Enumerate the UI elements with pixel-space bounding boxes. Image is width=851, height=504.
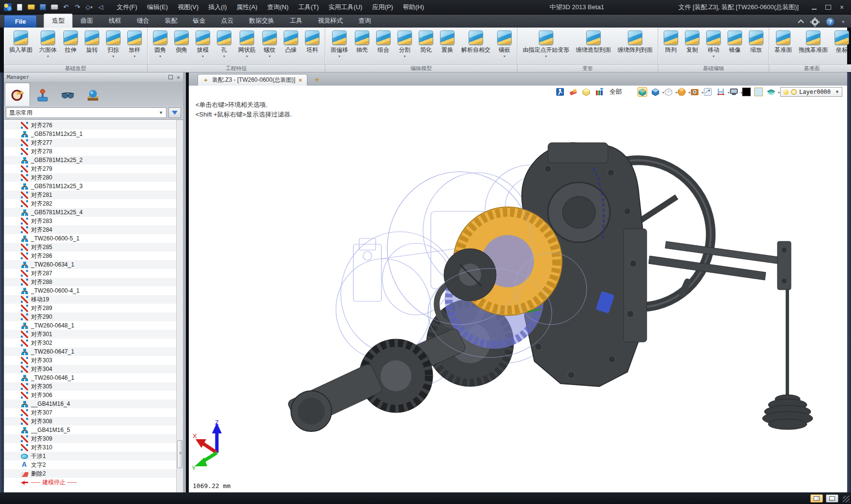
tree-item[interactable]: _GB5781M12x25_4 — [4, 208, 176, 217]
ribbon-button[interactable]: 插入草图 ▾ — [6, 30, 36, 60]
window-layout-button-single[interactable] — [810, 494, 823, 503]
image-capture-icon[interactable]: ▾ — [690, 87, 699, 97]
add-tab-button[interactable]: ＋ — [313, 75, 320, 84]
filter-all-select[interactable]: 全部 — [609, 88, 622, 96]
ribbon-button[interactable]: 基准面 ▾ — [771, 30, 795, 60]
tree-item[interactable]: 删除2 — [4, 469, 176, 478]
menu-item[interactable]: 属性(A) — [232, 1, 262, 14]
tree-item[interactable]: _GB5781M12x25_3 — [4, 182, 176, 191]
ribbon-button[interactable]: 移动 ▾ — [703, 30, 724, 60]
ribbon-tab[interactable]: 查询 — [350, 14, 379, 28]
layer-sheet-icon[interactable]: ▾ — [766, 87, 776, 97]
ribbon-button[interactable]: 解析自相交 ▾ — [458, 30, 494, 60]
print-icon[interactable] — [49, 2, 59, 12]
tab-visibility[interactable] — [55, 85, 80, 106]
tree-item[interactable]: _TW260-0647_1 — [4, 347, 176, 356]
tree-item[interactable]: _GB5781M12x25_1 — [4, 130, 176, 138]
ribbon-button[interactable]: 拖拽基准面 ▾ — [795, 30, 831, 60]
tree-item[interactable]: 干涉1 — [4, 452, 176, 460]
ribbon-button[interactable]: 缠绕阵列到面 ▾ — [614, 30, 656, 60]
ribbon-button[interactable]: 放样 ▾ — [124, 30, 145, 60]
ribbon-tab[interactable]: 点云 — [213, 14, 241, 28]
ribbon-button[interactable]: 螺纹 ▾ — [259, 30, 280, 60]
highlight-color-swatch[interactable] — [754, 88, 763, 96]
tree-item[interactable]: 移动19 — [4, 295, 176, 304]
ribbon-button[interactable]: 凸缘 ▾ — [280, 30, 302, 60]
tree-item[interactable]: __GB41M16_4 — [4, 400, 176, 408]
tab-render[interactable] — [80, 85, 106, 106]
tab-close-icon[interactable]: × — [299, 77, 302, 84]
settings-gear-icon[interactable] — [811, 18, 819, 26]
ribbon-button[interactable]: 置换 ▾ — [437, 30, 458, 60]
tree-item[interactable]: 对齐276 — [4, 121, 176, 130]
ribbon-tab[interactable]: 装配 — [157, 14, 185, 28]
ribbon-tab[interactable]: 工具 — [282, 14, 310, 28]
save-icon[interactable] — [38, 2, 47, 12]
exit-environment-icon[interactable] — [555, 87, 565, 97]
ribbon-button[interactable]: 分割 ▾ — [394, 30, 415, 60]
ribbon-button[interactable]: 抽壳 ▾ — [351, 30, 373, 60]
undo-icon[interactable]: ↶ — [61, 2, 71, 12]
tree-item[interactable]: __GB41M16_5 — [4, 426, 176, 434]
wireframe-view-icon[interactable]: ▾ — [664, 87, 673, 97]
redo-icon[interactable]: ↷ — [73, 2, 82, 12]
tab-history[interactable] — [5, 83, 30, 106]
view-orientation-icon[interactable]: ▾ — [651, 87, 660, 97]
maximize-button[interactable] — [825, 4, 832, 10]
ribbon-button[interactable]: 复制 ▾ — [682, 30, 703, 60]
tree-item[interactable]: 对齐304 — [4, 365, 176, 373]
ribbon-button[interactable]: 缠绕造型到面 ▾ — [573, 30, 614, 60]
menu-item[interactable]: 插入(I) — [204, 1, 231, 14]
manager-header[interactable]: Manager × — [4, 73, 183, 82]
open-file-icon[interactable] — [26, 2, 36, 12]
color-filter-icon[interactable] — [594, 87, 604, 97]
menu-item[interactable]: 帮助(H) — [398, 1, 428, 14]
tree-item[interactable]: 对齐282 — [4, 199, 176, 208]
tree-item[interactable]: 对齐289 — [4, 304, 176, 312]
ribbon-tab[interactable]: 钣金 — [185, 14, 213, 28]
ribbon-button[interactable]: 镶嵌 ▾ — [494, 30, 515, 60]
tree-item[interactable]: _TW260-0600-4_1 — [4, 286, 176, 295]
ribbon-button[interactable]: 倒角 ▾ — [171, 30, 192, 60]
minimize-button[interactable] — [811, 4, 818, 10]
tree-item[interactable]: _GB5781M12x25_2 — [4, 156, 176, 164]
collapse-ribbon-icon[interactable] — [798, 20, 804, 24]
render-mode-icon[interactable] — [638, 87, 647, 97]
ribbon-button[interactable]: 缩放 ▾ — [745, 30, 767, 60]
tab-assembly[interactable] — [30, 85, 55, 106]
show-filter-select[interactable]: 显示常用 ▼ — [6, 107, 167, 118]
tree-item[interactable]: 对齐281 — [4, 191, 176, 199]
ribbon-tab[interactable]: File — [4, 15, 37, 28]
tree-item[interactable]: 对齐305 — [4, 382, 176, 391]
tree-item[interactable]: 对齐277 — [4, 138, 176, 147]
ribbon-button[interactable]: 扫掠 ▾ — [103, 30, 124, 60]
ribbon-button[interactable]: 圆角 ▾ — [150, 30, 171, 60]
tree-item[interactable]: 对齐308 — [4, 417, 176, 426]
selection-mode-icon[interactable]: ◇▾ — [84, 2, 94, 12]
ribbon-button[interactable]: 由指定点开始变形 ▾ — [519, 30, 573, 60]
blank-part-icon[interactable] — [581, 87, 591, 97]
tree-item[interactable]: 对齐283 — [4, 217, 176, 225]
ribbon-button[interactable]: 阵列 ▾ — [660, 30, 682, 60]
window-layout-button-tiled[interactable] — [826, 494, 838, 503]
tree-item[interactable]: 对齐310 — [4, 443, 176, 452]
filter-funnel-button[interactable] — [168, 107, 181, 118]
tree-item[interactable]: 对齐284 — [4, 225, 176, 234]
menu-item[interactable]: 实用工具(U) — [324, 1, 367, 14]
scrollbar-thumb[interactable] — [177, 440, 182, 468]
layer-selector[interactable]: Layer0000 ▼ — [780, 87, 842, 97]
tree-scrollbar[interactable] — [176, 120, 183, 492]
menu-item[interactable]: 工具(T) — [294, 1, 323, 14]
tree-item[interactable]: 对齐280 — [4, 173, 176, 182]
display-monitor-icon[interactable]: ▾ — [729, 87, 739, 97]
tree-item[interactable]: 对齐286 — [4, 252, 176, 260]
ribbon-button[interactable]: 拔模 ▾ — [192, 30, 213, 60]
tree-item[interactable]: _TW260-0600-5_1 — [4, 234, 176, 243]
tree-item[interactable]: 对齐285 — [4, 243, 176, 252]
back-icon[interactable]: ◁ — [96, 2, 106, 12]
close-panel-icon[interactable]: × — [177, 75, 180, 80]
menu-item[interactable]: 查询(N) — [263, 1, 293, 14]
ribbon-button[interactable]: 网状筋 ▾ — [235, 30, 259, 60]
tree-item[interactable]: 对齐303 — [4, 356, 176, 365]
3d-model-view[interactable] — [189, 86, 847, 492]
